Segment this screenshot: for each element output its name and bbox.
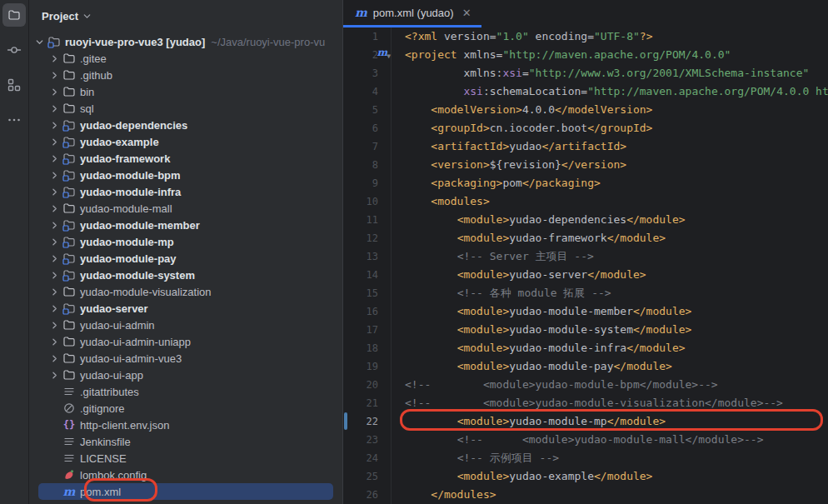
close-icon[interactable]: ✕: [462, 7, 471, 19]
chevron-right-icon[interactable]: [47, 187, 62, 197]
code-text[interactable]: <!-- <module>yudao-module-visualization<…: [392, 394, 783, 412]
code-text[interactable]: <module>yudao-module-infra</module>: [392, 339, 686, 357]
line-number[interactable]: 6: [343, 119, 392, 137]
chevron-right-icon[interactable]: [47, 271, 62, 280]
line-number[interactable]: 12: [343, 229, 392, 247]
tree-item-yudao-ui-app[interactable]: yudao-ui-app: [29, 367, 342, 383]
tree-item-ruoyi-vue-pro-vue3-yudao[interactable]: ruoyi-vue-pro-vue3 [yudao]~/Java/ruoyi-v…: [29, 33, 342, 50]
chevron-right-icon[interactable]: [47, 321, 62, 330]
tree-item-yudao-ui-admin-vue3[interactable]: yudao-ui-admin-vue3: [29, 350, 342, 367]
chevron-right-icon[interactable]: [47, 54, 62, 63]
code-text[interactable]: <modules>: [392, 192, 490, 211]
tree-item-yudao-dependencies[interactable]: yudao-dependencies: [29, 117, 342, 133]
chevron-right-icon[interactable]: [47, 204, 62, 213]
chevron-right-icon[interactable]: [47, 71, 62, 80]
project-panel-header[interactable]: Project: [29, 0, 342, 32]
tree-item-pom-xml[interactable]: mpom.xml: [29, 483, 342, 500]
tree-item-yudao-framework[interactable]: yudao-framework: [29, 150, 342, 167]
chevron-right-icon[interactable]: [47, 137, 62, 147]
code-text[interactable]: <module>yudao-example</module>: [392, 467, 652, 486]
line-number[interactable]: 19: [343, 357, 392, 376]
code-text[interactable]: <project xmlns="http://maven.apache.org/…: [392, 46, 731, 64]
tree-item-yudao-module-system[interactable]: yudao-module-system: [29, 267, 342, 283]
tree-item-readme-md[interactable]: README.md: [29, 500, 342, 504]
line-number[interactable]: 1: [343, 27, 392, 46]
line-number[interactable]: 21: [343, 394, 392, 412]
code-text[interactable]: <module>yudao-framework</module>: [392, 229, 666, 247]
chevron-right-icon[interactable]: [47, 371, 62, 380]
chevron-right-icon[interactable]: [47, 337, 62, 347]
line-number[interactable]: 17: [343, 321, 392, 339]
line-number[interactable]: 25: [343, 467, 392, 486]
chevron-right-icon[interactable]: [47, 354, 62, 363]
tree-item-yudao-ui-admin[interactable]: yudao-ui-admin: [29, 317, 342, 333]
rail-button-structure[interactable]: [2, 73, 26, 97]
code-text[interactable]: <module>yudao-module-member</module>: [392, 302, 691, 321]
code-text[interactable]: <!-- <module>yudao-module-mall</module>-…: [392, 431, 763, 449]
code-text[interactable]: </modules>: [392, 486, 496, 504]
line-number[interactable]: 26: [343, 486, 392, 504]
chevron-right-icon[interactable]: [47, 171, 62, 180]
tree-item-gitee[interactable]: .gitee: [29, 50, 342, 67]
chevron-right-icon[interactable]: [47, 237, 62, 247]
code-text[interactable]: <!-- 各种 module 拓展 -->: [392, 284, 611, 302]
code-text[interactable]: xsi:schemaLocation="http://maven.apache.…: [392, 82, 828, 101]
line-number[interactable]: 18: [343, 339, 392, 357]
line-number[interactable]: 2m▼: [343, 46, 392, 64]
code-text[interactable]: <module>yudao-module-mp</module>: [392, 412, 666, 431]
line-number[interactable]: 8: [343, 156, 392, 174]
chevron-right-icon[interactable]: [47, 221, 62, 230]
chevron-right-icon[interactable]: [47, 254, 62, 263]
chevron-right-icon[interactable]: [47, 154, 62, 163]
line-number[interactable]: 4: [343, 82, 392, 101]
rail-button-more[interactable]: [2, 108, 26, 132]
tree-item-yudao-ui-admin-uniapp[interactable]: yudao-ui-admin-uniapp: [29, 333, 342, 350]
line-number[interactable]: 16: [343, 302, 392, 321]
code-text[interactable]: xmlns:xsi="http://www.w3.org/2001/XMLSch…: [392, 64, 809, 82]
tree-item-lombok-config[interactable]: lombok.config: [29, 467, 342, 483]
code-text[interactable]: <modelVersion>4.0.0</modelVersion>: [392, 101, 652, 119]
code-text[interactable]: <!-- Server 主项目 -->: [392, 247, 594, 266]
tree-item-http-client-env-json[interactable]: {}http-client.env.json: [29, 417, 342, 433]
chevron-right-icon[interactable]: [47, 287, 62, 297]
line-number[interactable]: 3: [343, 64, 392, 82]
code-text[interactable]: <groupId>cn.iocoder.boot</groupId>: [392, 119, 652, 137]
code-text[interactable]: <packaging>pom</packaging>: [392, 174, 601, 192]
line-number[interactable]: 22: [343, 412, 392, 431]
tree-item-yudao-module-visualization[interactable]: yudao-module-visualization: [29, 283, 342, 300]
tree-item-yudao-module-infra[interactable]: yudao-module-infra: [29, 183, 342, 200]
tree-item-yudao-module-pay[interactable]: yudao-module-pay: [29, 250, 342, 267]
line-number[interactable]: 15: [343, 284, 392, 302]
tree-item-yudao-server[interactable]: yudao-server: [29, 300, 342, 317]
line-number[interactable]: 9: [343, 174, 392, 192]
line-number[interactable]: 10: [343, 192, 392, 211]
tree-item-license[interactable]: LICENSE: [29, 450, 342, 467]
code-text[interactable]: <module>yudao-module-pay</module>: [392, 357, 672, 376]
code-text[interactable]: <module>yudao-dependencies</module>: [392, 211, 686, 229]
code-text[interactable]: <module>yudao-server</module>: [392, 266, 646, 284]
tree-item-github[interactable]: .github: [29, 67, 342, 83]
tree-item-yudao-example[interactable]: yudao-example: [29, 133, 342, 150]
tree-item-bin[interactable]: bin: [29, 83, 342, 100]
tree-item-yudao-module-bpm[interactable]: yudao-module-bpm: [29, 167, 342, 183]
code-text[interactable]: <!-- 示例项目 -->: [392, 449, 559, 467]
chevron-right-icon[interactable]: [47, 121, 62, 130]
chevron-right-icon[interactable]: [47, 104, 62, 113]
tree-item-gitattributes[interactable]: .gitattributes: [29, 383, 342, 400]
chevron-down-icon[interactable]: [32, 37, 47, 47]
rail-button-project[interactable]: [2, 3, 26, 27]
code-text[interactable]: <artifactId>yudao</artifactId>: [392, 137, 626, 156]
code-text[interactable]: <?xml version="1.0" encoding="UTF-8"?>: [392, 27, 652, 46]
rail-button-commit[interactable]: [2, 38, 26, 62]
code-text[interactable]: <module>yudao-module-system</module>: [392, 321, 691, 339]
line-number[interactable]: 11: [343, 211, 392, 229]
chevron-right-icon[interactable]: [47, 87, 62, 97]
line-number[interactable]: 20: [343, 376, 392, 394]
line-number[interactable]: 7: [343, 137, 392, 156]
chevron-right-icon[interactable]: [47, 304, 62, 313]
tree-item-yudao-module-member[interactable]: yudao-module-member: [29, 217, 342, 233]
line-number[interactable]: 13: [343, 247, 392, 266]
tree-item-gitignore[interactable]: .gitignore: [29, 400, 342, 417]
line-number[interactable]: 24: [343, 449, 392, 467]
tab-pom-xml[interactable]: m pom.xml (yudao) ✕: [343, 0, 481, 27]
